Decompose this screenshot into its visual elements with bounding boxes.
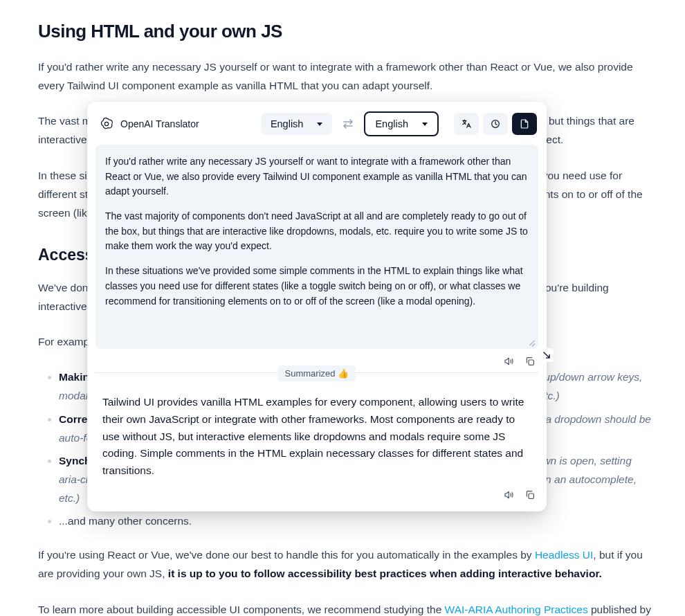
action-buttons xyxy=(454,113,537,135)
source-textarea[interactable]: If you'd rather write any necessary JS y… xyxy=(95,145,538,349)
language-to-select[interactable]: English xyxy=(364,111,439,136)
chevron-down-icon xyxy=(317,123,322,126)
translate-mode-button[interactable] xyxy=(454,113,479,135)
swap-languages-button[interactable] xyxy=(342,119,354,129)
output-tools xyxy=(95,482,538,502)
speak-output-button[interactable] xyxy=(504,489,515,500)
paragraph: To learn more about building accessible … xyxy=(38,600,653,617)
copy-source-button[interactable] xyxy=(524,356,536,367)
svg-point-0 xyxy=(104,122,108,125)
paragraph: If you'd rather write any necessary JS y… xyxy=(38,57,653,95)
textarea-resize-handle[interactable] xyxy=(529,339,536,346)
app-brand-name: OpenAI Translator xyxy=(120,118,199,129)
app-brand: OpenAI Translator xyxy=(97,117,199,131)
copy-output-button[interactable] xyxy=(524,489,536,500)
summarize-mode-button[interactable] xyxy=(512,113,537,135)
speak-source-button[interactable] xyxy=(504,356,515,367)
translator-popup: OpenAI Translator English English xyxy=(87,102,547,511)
paragraph: If you're using React or Vue, we've done… xyxy=(38,545,653,583)
language-from-select[interactable]: English xyxy=(261,113,333,135)
chevron-down-icon xyxy=(422,123,428,126)
thumbs-up-icon: 👍 xyxy=(338,368,349,379)
headless-ui-link[interactable]: Headless UI xyxy=(535,549,593,561)
page-title: Using HTML and your own JS xyxy=(38,21,653,42)
popup-resize-handle[interactable] xyxy=(540,348,554,362)
svg-rect-3 xyxy=(529,493,533,498)
svg-rect-2 xyxy=(529,360,533,365)
popup-header: OpenAI Translator English English xyxy=(95,111,538,145)
status-badge-row: Summarized 👍 xyxy=(95,365,538,381)
polish-mode-button[interactable] xyxy=(483,113,508,135)
wai-aria-link[interactable]: WAI-ARIA Authoring Practices xyxy=(445,604,588,615)
summary-output: Tailwind UI provides vanilla HTML exampl… xyxy=(95,381,538,482)
list-item: ...and many other concerns. xyxy=(59,511,653,530)
openai-logo-icon xyxy=(100,117,113,131)
status-badge: Summarized 👍 xyxy=(278,365,356,381)
